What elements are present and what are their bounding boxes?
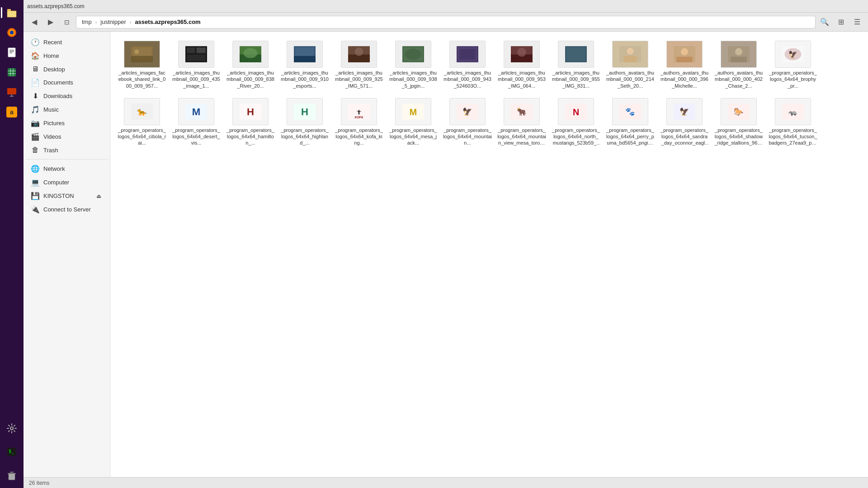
file-item[interactable]: N _program_operators_logos_64x64_north_m… (550, 94, 602, 150)
file-name: _authors_avatars_thumbnail_000_000_402_C… (714, 70, 763, 89)
sidebar-label-home: Home (43, 52, 59, 59)
file-item[interactable]: _articles_images_thumbnail_000_009_925_I… (333, 37, 385, 93)
taskbar-files[interactable] (3, 4, 21, 22)
file-thumbnail: N (558, 98, 594, 125)
sidebar-item-recent[interactable]: 🕐 Recent (25, 36, 108, 49)
sidebar-item-documents[interactable]: 📄 Documents (25, 76, 108, 89)
breadcrumb-justnipper[interactable]: justnipper (99, 18, 127, 26)
file-item[interactable]: 🦅 _program_operators_logos_64x64_mountai… (441, 94, 494, 150)
sidebar-label-music: Music (43, 106, 59, 113)
sidebar-item-videos[interactable]: 🎬 Videos (25, 130, 108, 143)
file-name: _program_operators_logos_64x64_mesa_jack… (389, 127, 438, 146)
file-item[interactable]: _authors_avatars_thumbnail_000_000_396_M… (658, 37, 711, 93)
file-thumbnail: 🦡 (775, 98, 811, 125)
file-item[interactable]: _articles_images_thumbnail_000_009_953_I… (495, 37, 548, 93)
taskbar-presentation[interactable] (3, 83, 21, 101)
file-thumbnail: 🦅 (449, 98, 486, 125)
taskbar-firefox[interactable] (3, 23, 21, 42)
file-item[interactable]: _articles_images_thumbnail_000_009_938_5… (387, 37, 439, 93)
sidebar-label-documents: Documents (43, 79, 73, 86)
sidebar-item-home[interactable]: 🏠 Home (25, 49, 108, 62)
file-item[interactable]: 🦅 _program_operators_logos_64x64_sandra_… (658, 94, 711, 150)
file-thumbnail: 🐆 (124, 98, 160, 125)
file-item[interactable]: _articles_images_thumbnail_000_009_838_R… (224, 37, 277, 93)
sidebar-item-pictures[interactable]: 📷 Pictures (25, 117, 108, 130)
sidebar-label-kingston: KINGSTON (43, 192, 74, 199)
sidebar-label-videos: Videos (43, 133, 61, 140)
file-thumbnail (341, 41, 377, 68)
sidebar-label-recent: Recent (43, 39, 62, 46)
back-button[interactable]: ◀ (27, 15, 42, 29)
statusbar: 26 items (24, 477, 868, 488)
statusbar-text: 26 items (29, 480, 49, 486)
file-item[interactable]: M _program_operators_logos_64x64_desert_… (170, 94, 222, 150)
svg-text:🦅: 🦅 (679, 107, 689, 116)
sidebar-item-network[interactable]: 🌐 Network (25, 162, 108, 175)
sidebar-item-trash[interactable]: 🗑 Trash (25, 144, 108, 156)
file-item[interactable]: 🐆 _program_operators_logos_64x64_cibola_… (116, 94, 168, 150)
taskbar-amazon[interactable]: a (3, 103, 21, 121)
file-item[interactable]: M _program_operators_logos_64x64_mesa_ja… (387, 94, 439, 150)
file-item[interactable]: _articles_images_thumbnail_000_009_435_i… (170, 37, 222, 93)
svg-point-28 (134, 50, 139, 54)
file-item[interactable]: 🦡 _program_operators_logos_64x64_tucson_… (767, 94, 819, 150)
sidebar-label-network: Network (43, 165, 65, 172)
svg-text:🦅: 🦅 (462, 107, 472, 116)
svg-rect-23 (9, 474, 15, 480)
open-in-new-button[interactable]: ⊡ (60, 15, 74, 29)
file-item[interactable]: _authors_avatars_thumbnail_000_000_214_S… (604, 37, 656, 93)
file-item[interactable]: H _program_operators_logos_64x64_highlan… (278, 94, 331, 150)
svg-rect-29 (131, 56, 153, 62)
view-toggle-button[interactable]: ⊞ (834, 15, 848, 29)
file-item[interactable]: 🦅 _program_operators_logos_64x64_brophy_… (767, 37, 819, 93)
sidebar-item-desktop[interactable]: 🖥 Desktop (25, 63, 108, 75)
file-item[interactable]: _articles_images_thumbnail_000_009_955_I… (550, 37, 602, 93)
file-item[interactable]: 🐎 _program_operators_logos_64x64_shadow_… (712, 94, 765, 150)
svg-text:🐂: 🐂 (517, 107, 527, 116)
taskbar: a $_ (0, 0, 24, 488)
svg-rect-48 (459, 49, 476, 59)
file-item[interactable]: H _program_operators_logos_64x64_hamilto… (224, 94, 277, 150)
file-thumbnail (395, 41, 431, 68)
taskbar-trash[interactable] (3, 466, 21, 484)
file-thumbnail (558, 41, 594, 68)
network-icon: 🌐 (31, 164, 40, 173)
file-thumbnail (287, 41, 323, 68)
file-name: _program_operators_logos_64x64_kofa_king… (335, 127, 383, 146)
taskbar-terminal[interactable]: $_ (3, 443, 21, 461)
file-item[interactable]: _articles_images_thumbnail_000_009_910_e… (278, 37, 331, 93)
breadcrumb-tmp[interactable]: tmp (80, 18, 94, 26)
content-area: 🕐 Recent 🏠 Home 🖥 Desktop 📄 Documents ⬇ … (24, 32, 868, 477)
file-thumbnail (449, 41, 486, 68)
file-item[interactable]: _articles_images_facebook_shared_link_00… (116, 37, 168, 93)
kingston-eject-button[interactable]: ⏏ (94, 192, 103, 200)
taskbar-text-editor[interactable] (3, 43, 21, 61)
file-thumbnail (232, 41, 269, 68)
sidebar-item-computer[interactable]: 💻 Computer (25, 176, 108, 189)
sidebar-item-connect[interactable]: 🔌 Connect to Server (25, 203, 108, 216)
file-grid: _articles_images_facebook_shared_link_00… (110, 32, 868, 477)
svg-point-45 (405, 49, 422, 60)
menu-button[interactable]: ☰ (850, 15, 864, 29)
svg-rect-38 (294, 56, 316, 62)
taskbar-settings[interactable] (3, 419, 21, 437)
forward-button[interactable]: ▶ (43, 15, 58, 29)
breadcrumb-current[interactable]: assets.azpreps365.com (133, 18, 202, 26)
svg-point-20 (10, 427, 13, 430)
sidebar-label-trash: Trash (43, 147, 58, 154)
sidebar-item-kingston[interactable]: 💾 KINGSTON ⏏ (25, 189, 108, 202)
file-thumbnail: 🐾 (612, 98, 648, 125)
sidebar-item-downloads[interactable]: ⬇ Downloads (25, 89, 108, 103)
file-thumbnail: 🗡KOFA (341, 98, 377, 125)
file-item[interactable]: 🗡KOFA _program_operators_logos_64x64_kof… (333, 94, 385, 150)
sidebar-item-music[interactable]: 🎵 Music (25, 103, 108, 116)
desktop-icon: 🖥 (31, 65, 40, 73)
search-button[interactable]: 🔍 (817, 15, 832, 29)
file-item[interactable]: _articles_images_thumbnail_000_009_943_5… (441, 37, 494, 93)
file-item[interactable]: 🐾 _program_operators_logos_64x64_perry_p… (604, 94, 656, 150)
svg-rect-62 (731, 57, 747, 62)
file-name: _program_operators_logos_64x64_mountain_… (497, 127, 546, 146)
file-item[interactable]: _authors_avatars_thumbnail_000_000_402_C… (712, 37, 765, 93)
file-item[interactable]: 🐂 _program_operators_logos_64x64_mountai… (495, 94, 548, 150)
taskbar-spreadsheet[interactable] (3, 63, 21, 81)
